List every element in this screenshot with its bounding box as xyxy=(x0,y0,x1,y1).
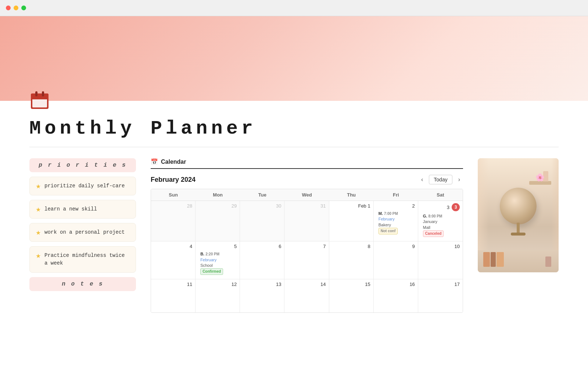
divider xyxy=(29,147,559,147)
event-status-notconf: Not conf xyxy=(379,228,398,234)
globe-decoration xyxy=(500,188,537,224)
priority-text-4: Practice mindfulness twice a week xyxy=(44,252,130,267)
calendar-tab-label[interactable]: Calendar xyxy=(161,159,186,165)
priority-text-2: learn a new skill xyxy=(44,205,97,213)
cal-cell-feb5[interactable]: 5 B. 2:20 PM February School Confirmed xyxy=(196,241,240,279)
day-header-mon: Mon xyxy=(196,189,240,201)
globe-stand xyxy=(517,223,520,234)
today-button[interactable]: Today xyxy=(429,175,452,184)
page-title: Monthly Planner xyxy=(29,118,559,139)
cal-cell-jan29[interactable]: 29 xyxy=(196,201,240,241)
notes-label: n o t e s xyxy=(29,277,136,291)
day-header-wed: Wed xyxy=(284,189,329,201)
cal-date-feb8: 8 xyxy=(332,244,370,249)
priority-text-3: work on a personal project xyxy=(44,229,125,236)
calendar-week-2: 4 5 B. 2:20 PM February School Confirmed… xyxy=(151,241,463,279)
cal-date: 31 xyxy=(287,203,326,209)
svg-rect-3 xyxy=(31,97,49,99)
cal-event-b[interactable]: B. 2:20 PM February School Confirmed xyxy=(198,251,237,276)
right-image-panel: 🌸 xyxy=(478,158,559,272)
priority-item-1[interactable]: ★ prioritize daily self-care xyxy=(29,177,136,195)
cal-cell-feb9[interactable]: 9 xyxy=(374,241,418,279)
cal-cell-feb14[interactable]: 14 xyxy=(284,279,329,312)
page-icon xyxy=(29,90,559,112)
event-status-canceled: Canceled xyxy=(423,230,444,237)
cal-cell-feb2[interactable]: 2 M. 7:00 PM February Bakery Not conf xyxy=(374,201,418,241)
cal-date-feb16: 16 xyxy=(377,282,415,287)
svg-rect-4 xyxy=(35,91,37,96)
priority-text-1: prioritize daily self-care xyxy=(44,182,125,190)
cal-event-m[interactable]: M. 7:00 PM February Bakery Not conf xyxy=(377,210,415,235)
calendar-grid: Sun Mon Tue Wed Thu Fri Sat 28 29 xyxy=(151,189,463,313)
cal-date-feb5: 5 xyxy=(198,244,237,249)
cal-event-g[interactable]: G. 8:00 PM January Mall Canceled xyxy=(421,213,460,238)
priority-item-3[interactable]: ★ work on a personal project xyxy=(29,223,136,242)
cal-cell-jan28[interactable]: 28 xyxy=(151,201,196,241)
close-button[interactable] xyxy=(6,6,11,10)
cal-date-feb7: 7 xyxy=(287,244,326,249)
cal-date-feb3: 3 xyxy=(447,205,449,210)
day-header-fri: Fri xyxy=(374,189,418,201)
cal-cell-feb16[interactable]: 16 xyxy=(374,279,418,312)
maximize-button[interactable] xyxy=(21,6,26,10)
cal-date-feb2: 2 xyxy=(377,203,415,209)
cal-cell-feb7[interactable]: 7 xyxy=(284,241,329,279)
calendar-day-headers: Sun Mon Tue Wed Thu Fri Sat xyxy=(151,189,463,201)
cal-date-feb13: 13 xyxy=(243,282,281,287)
event-name-blue: February xyxy=(379,217,395,221)
cal-cell-feb17[interactable]: 17 xyxy=(418,279,463,312)
next-month-button[interactable]: › xyxy=(455,175,463,184)
event-count-badge: 3 xyxy=(452,203,460,211)
priority-item-2[interactable]: ★ learn a new skill xyxy=(29,200,136,219)
event-prefix: M. 7:00 PM xyxy=(379,211,398,216)
event-status-confirmed: Confirmed xyxy=(200,268,223,275)
day-header-sat: Sat xyxy=(418,189,463,201)
day-header-tue: Tue xyxy=(240,189,284,201)
event-place: Bakery xyxy=(379,223,391,227)
desk-photo: 🌸 xyxy=(478,158,559,272)
calendar-week-1: 28 29 30 31 Feb 1 2 xyxy=(151,201,463,241)
cal-cell-feb4[interactable]: 4 xyxy=(151,241,196,279)
book-4 xyxy=(545,256,551,267)
cal-cell-feb11[interactable]: 11 xyxy=(151,279,196,312)
cal-cell-feb13[interactable]: 13 xyxy=(240,279,284,312)
day-header-thu: Thu xyxy=(329,189,374,201)
svg-rect-5 xyxy=(42,91,44,96)
hero-banner xyxy=(0,16,588,101)
priorities-label: p r i o r i t i e s xyxy=(29,158,136,172)
sidebar: p r i o r i t i e s ★ prioritize daily s… xyxy=(29,158,136,291)
cal-cell-feb6[interactable]: 6 xyxy=(240,241,284,279)
cal-date-feb9: 9 xyxy=(377,244,415,249)
nav-controls: ‹ Today › xyxy=(418,175,463,184)
star-icon-1: ★ xyxy=(36,183,41,190)
book-3 xyxy=(496,252,504,267)
cal-cell-feb3[interactable]: 3 3 G. 8:00 PM January Mall Canceled xyxy=(418,201,463,241)
calendar-week-3: 11 12 13 14 15 16 xyxy=(151,279,463,312)
cal-date-feb11: 11 xyxy=(154,282,192,287)
cal-date-feb4: 4 xyxy=(154,244,192,249)
cal-cell-feb12[interactable]: 12 xyxy=(196,279,240,312)
book-1 xyxy=(483,252,490,267)
priority-item-4[interactable]: ★ Practice mindfulness twice a week xyxy=(29,246,136,273)
calendar-icon-small: 📅 xyxy=(151,158,158,165)
day-header-sun: Sun xyxy=(151,189,196,201)
star-icon-2: ★ xyxy=(36,206,41,213)
cal-cell-feb15[interactable]: 15 xyxy=(329,279,374,312)
cal-date: 28 xyxy=(154,203,192,209)
cal-cell-jan31[interactable]: 31 xyxy=(284,201,329,241)
minimize-button[interactable] xyxy=(14,6,18,10)
event-prefix-b: B. 2:20 PM xyxy=(200,252,219,256)
cal-cell-feb8[interactable]: 8 xyxy=(329,241,374,279)
star-icon-3: ★ xyxy=(36,229,41,236)
page-content: Monthly Planner p r i o r i t i e s ★ pr… xyxy=(0,90,588,335)
event-prefix-g: G. 8:00 PM xyxy=(423,214,442,218)
prev-month-button[interactable]: ‹ xyxy=(418,175,426,184)
cal-cell-jan30[interactable]: 30 xyxy=(240,201,284,241)
cal-date-feb15: 15 xyxy=(332,282,370,287)
cal-cell-feb10[interactable]: 10 xyxy=(418,241,463,279)
cal-cell-feb1[interactable]: Feb 1 xyxy=(329,201,374,241)
calendar-section: 📅 Calendar February 2024 ‹ Today › Sun M… xyxy=(151,158,463,313)
svg-rect-2 xyxy=(32,99,47,107)
calendar-tab-header: 📅 Calendar xyxy=(151,158,463,169)
calendar-month-title: February 2024 xyxy=(151,176,196,184)
